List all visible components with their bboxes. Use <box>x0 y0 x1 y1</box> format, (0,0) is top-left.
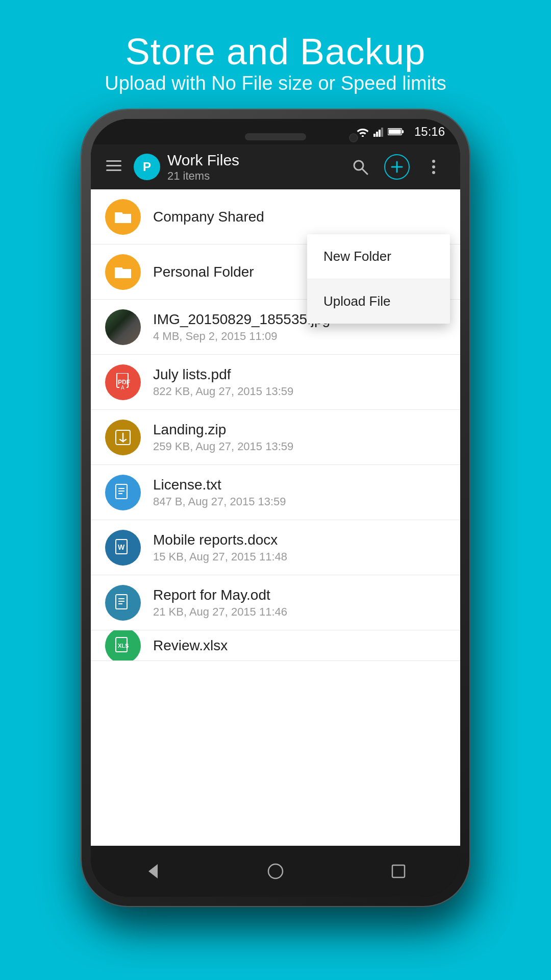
docx-icon: W <box>105 530 141 566</box>
svg-rect-7 <box>389 130 401 134</box>
three-dots-icon <box>430 158 437 176</box>
txt-icon <box>105 475 141 510</box>
file-info: Review.xlsx <box>153 638 446 654</box>
file-meta: 847 B, Aug 27, 2015 13:59 <box>153 495 446 508</box>
wifi-icon <box>356 127 369 137</box>
list-item[interactable]: XLS Review.xlsx <box>91 630 460 661</box>
upload-file-option[interactable]: Upload File <box>307 279 450 324</box>
file-name: Landing.zip <box>153 422 446 438</box>
list-item[interactable]: W Mobile reports.docx 15 KB, Aug 27, 201… <box>91 520 460 575</box>
list-item[interactable]: Report for May.odt 21 KB, Aug 27, 2015 1… <box>91 575 460 630</box>
file-name: Review.xlsx <box>153 638 446 654</box>
toolbar-actions <box>344 151 450 183</box>
svg-point-33 <box>268 864 283 878</box>
file-name: Report for May.odt <box>153 587 446 603</box>
file-info: Report for May.odt 21 KB, Aug 27, 2015 1… <box>153 587 446 619</box>
pdf-icon: PDF A <box>105 364 141 400</box>
phone-speaker <box>245 133 306 140</box>
status-bar: 15:16 <box>91 119 460 144</box>
svg-rect-10 <box>106 169 121 171</box>
file-meta: 21 KB, Aug 27, 2015 11:46 <box>153 605 446 619</box>
new-folder-option[interactable]: New Folder <box>307 234 450 279</box>
file-meta: 15 KB, Aug 27, 2015 11:48 <box>153 550 446 564</box>
zip-icon <box>105 420 141 455</box>
file-info: Company Shared <box>153 209 446 225</box>
dropdown-menu: New Folder Upload File <box>307 234 450 324</box>
more-options-button[interactable] <box>417 151 450 183</box>
menu-icon[interactable] <box>101 154 127 180</box>
folder-icon <box>105 254 141 290</box>
toolbar-titles: Work Files 21 items <box>167 151 344 183</box>
toolbar-subtitle: 21 items <box>167 169 344 183</box>
file-name: License.txt <box>153 477 446 493</box>
list-item[interactable]: License.txt 847 B, Aug 27, 2015 13:59 <box>91 465 460 520</box>
svg-text:A: A <box>121 385 124 390</box>
svg-marker-32 <box>148 864 158 878</box>
file-name: July lists.pdf <box>153 366 446 383</box>
page-subtitle: Upload with No File size or Speed limits <box>105 72 446 94</box>
svg-rect-34 <box>392 865 405 877</box>
page-title: Store and Backup <box>105 31 446 72</box>
phone-camera <box>349 133 358 142</box>
recent-button[interactable] <box>378 851 419 892</box>
bottom-nav <box>91 846 460 897</box>
file-name: Mobile reports.docx <box>153 532 446 548</box>
app-logo: P <box>134 154 160 180</box>
svg-line-12 <box>362 169 367 174</box>
svg-point-0 <box>362 135 364 137</box>
toolbar-title: Work Files <box>167 151 344 169</box>
content-area: New Folder Upload File Company Shared <box>91 189 460 846</box>
signal-icon <box>373 127 384 137</box>
folder-icon <box>105 199 141 235</box>
svg-rect-8 <box>106 160 121 162</box>
list-item[interactable]: Landing.zip 259 KB, Aug 27, 2015 13:59 <box>91 410 460 465</box>
back-button[interactable] <box>132 851 173 892</box>
home-button[interactable] <box>255 851 296 892</box>
file-name: Company Shared <box>153 209 446 225</box>
file-info: July lists.pdf 822 KB, Aug 27, 2015 13:5… <box>153 366 446 398</box>
file-info: Landing.zip 259 KB, Aug 27, 2015 13:59 <box>153 422 446 453</box>
image-thumbnail <box>105 309 141 345</box>
file-meta: 822 KB, Aug 27, 2015 13:59 <box>153 385 446 398</box>
svg-rect-9 <box>106 165 121 166</box>
file-info: License.txt 847 B, Aug 27, 2015 13:59 <box>153 477 446 508</box>
battery-icon <box>388 127 404 136</box>
search-button[interactable] <box>344 151 377 183</box>
phone-mockup: 15:16 P Work Files 21 items <box>82 110 469 906</box>
svg-text:XLS: XLS <box>118 643 129 649</box>
svg-rect-4 <box>381 128 383 137</box>
list-item[interactable]: PDF A July lists.pdf 822 KB, Aug 27, 201… <box>91 355 460 410</box>
file-meta: 4 MB, Sep 2, 2015 11:09 <box>153 330 446 343</box>
toolbar: P Work Files 21 items <box>91 144 460 189</box>
svg-text:W: W <box>118 543 125 551</box>
svg-rect-3 <box>379 130 381 137</box>
add-button[interactable] <box>381 151 413 183</box>
add-icon <box>384 154 410 180</box>
svg-rect-2 <box>376 132 378 137</box>
svg-rect-1 <box>373 134 375 137</box>
status-time: 15:16 <box>414 125 445 139</box>
xlsx-icon: XLS <box>105 630 141 661</box>
svg-rect-6 <box>402 130 404 133</box>
file-info: Mobile reports.docx 15 KB, Aug 27, 2015 … <box>153 532 446 564</box>
file-meta: 259 KB, Aug 27, 2015 13:59 <box>153 440 446 453</box>
odt-icon <box>105 585 141 621</box>
